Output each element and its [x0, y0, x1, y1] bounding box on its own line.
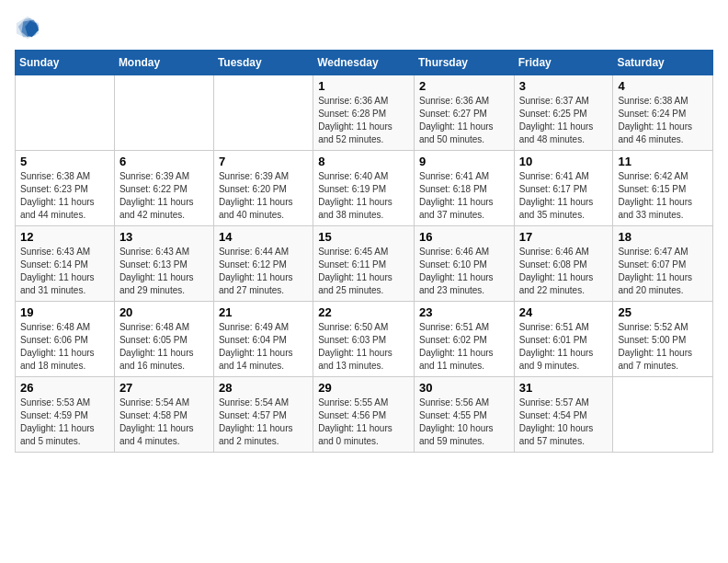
day-number: 1 — [318, 79, 409, 93]
calendar-cell: 21Sunrise: 6:49 AMSunset: 6:04 PMDayligh… — [213, 302, 313, 377]
day-number: 7 — [219, 155, 308, 168]
day-info: Sunrise: 6:48 AMSunset: 6:06 PMDaylight:… — [20, 321, 109, 373]
day-number: 29 — [318, 381, 409, 395]
weekday-header: Sunday — [16, 51, 115, 75]
calendar-header-row: SundayMondayTuesdayWednesdayThursdayFrid… — [16, 51, 713, 75]
day-number: 24 — [519, 305, 609, 319]
day-number: 5 — [20, 155, 109, 168]
calendar-week-row: 1Sunrise: 6:36 AMSunset: 6:28 PMDaylight… — [16, 75, 713, 151]
weekday-header: Saturday — [613, 51, 713, 75]
day-info: Sunrise: 6:43 AMSunset: 6:13 PMDaylight:… — [119, 246, 209, 297]
day-number: 22 — [318, 305, 409, 319]
calendar-cell: 31Sunrise: 5:57 AMSunset: 4:54 PMDayligh… — [514, 377, 613, 453]
calendar-cell: 1Sunrise: 6:36 AMSunset: 6:28 PMDaylight… — [313, 75, 415, 151]
day-number: 27 — [119, 381, 209, 395]
day-number: 2 — [419, 79, 509, 93]
calendar-cell: 13Sunrise: 6:43 AMSunset: 6:13 PMDayligh… — [114, 226, 213, 302]
calendar-cell: 16Sunrise: 6:46 AMSunset: 6:10 PMDayligh… — [414, 226, 514, 302]
calendar-cell: 15Sunrise: 6:45 AMSunset: 6:11 PMDayligh… — [313, 226, 415, 302]
weekday-header: Monday — [114, 51, 213, 75]
calendar-week-row: 5Sunrise: 6:38 AMSunset: 6:23 PMDaylight… — [16, 151, 713, 226]
day-number: 10 — [519, 155, 609, 168]
day-info: Sunrise: 6:48 AMSunset: 6:05 PMDaylight:… — [119, 321, 209, 373]
calendar-week-row: 26Sunrise: 5:53 AMSunset: 4:59 PMDayligh… — [16, 377, 713, 453]
calendar-cell: 27Sunrise: 5:54 AMSunset: 4:58 PMDayligh… — [114, 377, 213, 453]
calendar-cell: 2Sunrise: 6:36 AMSunset: 6:27 PMDaylight… — [414, 75, 514, 151]
day-info: Sunrise: 6:46 AMSunset: 6:10 PMDaylight:… — [419, 246, 509, 297]
day-info: Sunrise: 6:44 AMSunset: 6:12 PMDaylight:… — [219, 246, 308, 297]
day-info: Sunrise: 6:41 AMSunset: 6:17 PMDaylight:… — [519, 170, 609, 222]
calendar-cell — [613, 377, 713, 453]
day-number: 8 — [318, 155, 409, 168]
calendar-week-row: 12Sunrise: 6:43 AMSunset: 6:14 PMDayligh… — [16, 226, 713, 302]
day-info: Sunrise: 6:36 AMSunset: 6:28 PMDaylight:… — [318, 95, 409, 146]
calendar-cell: 25Sunrise: 5:52 AMSunset: 5:00 PMDayligh… — [613, 302, 713, 377]
calendar-cell: 14Sunrise: 6:44 AMSunset: 6:12 PMDayligh… — [213, 226, 313, 302]
day-number: 26 — [20, 381, 109, 395]
calendar-week-row: 19Sunrise: 6:48 AMSunset: 6:06 PMDayligh… — [16, 302, 713, 377]
day-info: Sunrise: 6:47 AMSunset: 6:07 PMDaylight:… — [618, 246, 708, 297]
day-number: 14 — [219, 230, 308, 244]
day-number: 20 — [119, 305, 209, 319]
day-number: 19 — [20, 305, 109, 319]
day-number: 23 — [419, 305, 509, 319]
day-info: Sunrise: 5:57 AMSunset: 4:54 PMDaylight:… — [519, 396, 609, 448]
day-info: Sunrise: 5:52 AMSunset: 5:00 PMDaylight:… — [618, 321, 708, 373]
calendar-cell: 11Sunrise: 6:42 AMSunset: 6:15 PMDayligh… — [613, 151, 713, 226]
day-info: Sunrise: 6:41 AMSunset: 6:18 PMDaylight:… — [419, 170, 509, 222]
day-number: 3 — [519, 79, 609, 93]
day-number: 31 — [519, 381, 609, 395]
day-info: Sunrise: 5:53 AMSunset: 4:59 PMDaylight:… — [20, 396, 109, 448]
calendar-cell: 12Sunrise: 6:43 AMSunset: 6:14 PMDayligh… — [16, 226, 115, 302]
calendar-cell — [114, 75, 213, 151]
calendar-cell: 24Sunrise: 6:51 AMSunset: 6:01 PMDayligh… — [514, 302, 613, 377]
calendar-cell: 3Sunrise: 6:37 AMSunset: 6:25 PMDaylight… — [514, 75, 613, 151]
day-info: Sunrise: 6:40 AMSunset: 6:19 PMDaylight:… — [318, 170, 409, 222]
day-info: Sunrise: 6:39 AMSunset: 6:22 PMDaylight:… — [119, 170, 209, 222]
day-info: Sunrise: 5:54 AMSunset: 4:58 PMDaylight:… — [119, 396, 209, 448]
calendar-cell: 8Sunrise: 6:40 AMSunset: 6:19 PMDaylight… — [313, 151, 415, 226]
day-number: 18 — [618, 230, 708, 244]
day-info: Sunrise: 5:56 AMSunset: 4:55 PMDaylight:… — [419, 396, 509, 448]
page-header — [15, 15, 713, 40]
calendar-cell: 4Sunrise: 6:38 AMSunset: 6:24 PMDaylight… — [613, 75, 713, 151]
day-number: 21 — [219, 305, 308, 319]
calendar-cell: 18Sunrise: 6:47 AMSunset: 6:07 PMDayligh… — [613, 226, 713, 302]
day-number: 11 — [618, 155, 708, 168]
calendar-cell: 20Sunrise: 6:48 AMSunset: 6:05 PMDayligh… — [114, 302, 213, 377]
day-info: Sunrise: 6:38 AMSunset: 6:24 PMDaylight:… — [618, 95, 708, 146]
calendar-cell: 29Sunrise: 5:55 AMSunset: 4:56 PMDayligh… — [313, 377, 415, 453]
calendar-table: SundayMondayTuesdayWednesdayThursdayFrid… — [15, 50, 713, 453]
day-number: 12 — [20, 230, 109, 244]
day-number: 17 — [519, 230, 609, 244]
calendar-cell: 28Sunrise: 5:54 AMSunset: 4:57 PMDayligh… — [213, 377, 313, 453]
day-info: Sunrise: 6:39 AMSunset: 6:20 PMDaylight:… — [219, 170, 308, 222]
day-info: Sunrise: 6:46 AMSunset: 6:08 PMDaylight:… — [519, 246, 609, 297]
calendar-cell: 10Sunrise: 6:41 AMSunset: 6:17 PMDayligh… — [514, 151, 613, 226]
day-info: Sunrise: 6:50 AMSunset: 6:03 PMDaylight:… — [318, 321, 409, 373]
day-number: 28 — [219, 381, 308, 395]
day-info: Sunrise: 6:43 AMSunset: 6:14 PMDaylight:… — [20, 246, 109, 297]
calendar-cell: 7Sunrise: 6:39 AMSunset: 6:20 PMDaylight… — [213, 151, 313, 226]
calendar-cell — [16, 75, 115, 151]
weekday-header: Wednesday — [313, 51, 415, 75]
day-number: 6 — [119, 155, 209, 168]
calendar-cell: 6Sunrise: 6:39 AMSunset: 6:22 PMDaylight… — [114, 151, 213, 226]
calendar-cell: 19Sunrise: 6:48 AMSunset: 6:06 PMDayligh… — [16, 302, 115, 377]
day-info: Sunrise: 6:45 AMSunset: 6:11 PMDaylight:… — [318, 246, 409, 297]
day-info: Sunrise: 6:36 AMSunset: 6:27 PMDaylight:… — [419, 95, 509, 146]
day-info: Sunrise: 6:51 AMSunset: 6:01 PMDaylight:… — [519, 321, 609, 373]
weekday-header: Tuesday — [213, 51, 313, 75]
day-info: Sunrise: 6:51 AMSunset: 6:02 PMDaylight:… — [419, 321, 509, 373]
calendar-cell: 26Sunrise: 5:53 AMSunset: 4:59 PMDayligh… — [16, 377, 115, 453]
day-number: 4 — [618, 79, 708, 93]
calendar-cell: 9Sunrise: 6:41 AMSunset: 6:18 PMDaylight… — [414, 151, 514, 226]
day-info: Sunrise: 5:55 AMSunset: 4:56 PMDaylight:… — [318, 396, 409, 448]
day-number: 16 — [419, 230, 509, 244]
day-number: 30 — [419, 381, 509, 395]
calendar-cell: 30Sunrise: 5:56 AMSunset: 4:55 PMDayligh… — [414, 377, 514, 453]
day-number: 15 — [318, 230, 409, 244]
day-info: Sunrise: 6:42 AMSunset: 6:15 PMDaylight:… — [618, 170, 708, 222]
day-info: Sunrise: 6:49 AMSunset: 6:04 PMDaylight:… — [219, 321, 308, 373]
day-number: 9 — [419, 155, 509, 168]
